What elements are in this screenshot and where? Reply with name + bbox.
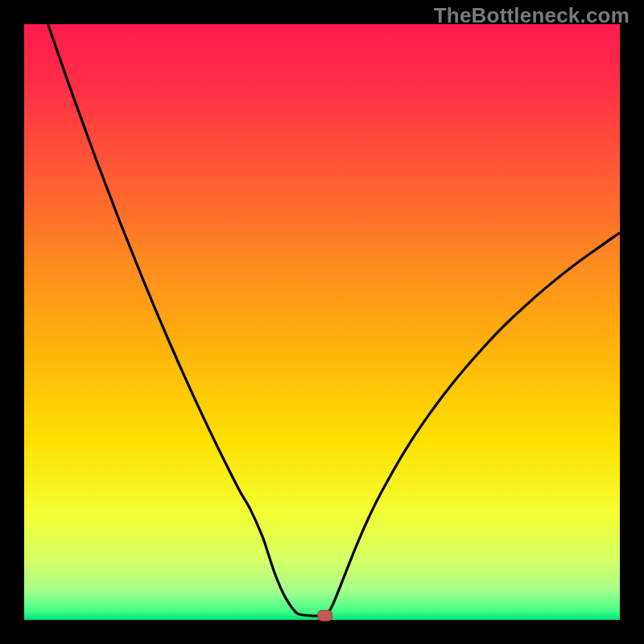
bottleneck-chart xyxy=(0,0,644,644)
watermark-text: TheBottleneck.com xyxy=(434,3,630,28)
optimal-point-marker xyxy=(318,610,332,621)
chart-frame: { "watermark": "TheBottleneck.com", "col… xyxy=(0,0,644,644)
gradient-background xyxy=(24,24,620,620)
